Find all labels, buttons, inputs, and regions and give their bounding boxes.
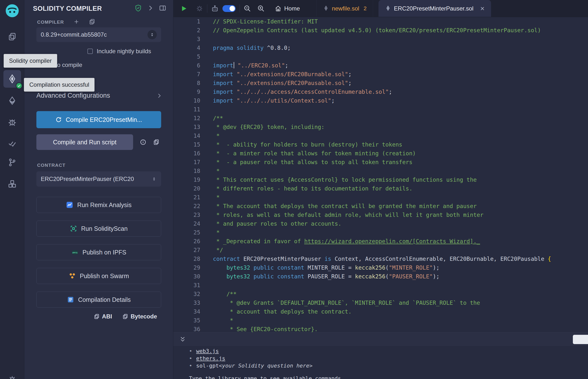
info-icon[interactable]: [140, 139, 146, 145]
scan-icon: [70, 225, 77, 232]
line-number: 8: [173, 79, 200, 87]
code-line: 13 * @dev {ERC20} token, including:: [173, 123, 588, 131]
copy-config-icon[interactable]: [89, 18, 95, 26]
tab-label: newfile.sol: [332, 5, 359, 12]
code-editor[interactable]: 1// SPDX-License-Identifier: MIT2// Open…: [173, 17, 588, 332]
code-line: 31: [173, 281, 588, 290]
copy-abi-button[interactable]: ABI: [94, 313, 112, 320]
code-line: 22 * The account that deploys the contra…: [173, 202, 588, 210]
code-line: 1// SPDX-License-Identifier: MIT: [173, 17, 588, 26]
editor-tab-bar: Home newfile.sol2ERC20PresetMinterPauser…: [173, 0, 588, 17]
include-nightly-checkbox[interactable]: [87, 48, 93, 54]
copy-bytecode-button[interactable]: Bytecode: [122, 313, 157, 320]
copy-icon: [94, 314, 100, 319]
contract-select[interactable]: ERC20PresetMinterPauser (ERC20: [36, 172, 161, 187]
terminal-link-web3-js[interactable]: web3.js: [196, 347, 219, 355]
run-solidityscan-button[interactable]: Run SolidityScan: [36, 221, 161, 237]
line-number: 7: [173, 70, 200, 79]
code-line: 26 * _Deprecated in favor of https://wiz…: [173, 237, 588, 246]
version-stepper-icon[interactable]: [147, 30, 157, 39]
line-number: 1: [173, 17, 200, 26]
code-line: 17 * - a pauser role that allows to stop…: [173, 158, 588, 167]
contract-stepper-icon[interactable]: [151, 176, 157, 182]
line-number: 22: [173, 202, 200, 210]
code-line: 3: [173, 35, 588, 44]
contract-section-label: CONTRACT: [37, 163, 65, 168]
compile-and-run-button[interactable]: Compile and Run script: [36, 134, 133, 150]
line-number: 29: [173, 263, 200, 272]
compile-success-badge: [16, 82, 22, 89]
line-number: 26: [173, 237, 200, 246]
svg-text:IPFS: IPFS: [72, 252, 77, 254]
compile-button-label: Compile ERC20PresetMin...: [66, 116, 142, 123]
code-line: 29 bytes32 public constant MINTER_ROLE =…: [173, 263, 588, 272]
zoom-out-icon[interactable]: [244, 5, 251, 12]
run-remix-analysis-button[interactable]: Run Remix Analysis: [36, 197, 161, 213]
contract-select-value: ERC20PresetMinterPauser (ERC20: [41, 175, 151, 182]
ai-toggle[interactable]: [222, 5, 236, 12]
sidebar-item-plugin-manager[interactable]: [0, 175, 24, 193]
action-label: Publish on Swarm: [80, 272, 129, 280]
terminal-link-ethers-js[interactable]: ethers.js: [196, 355, 225, 362]
code-line: 32 /**: [173, 290, 588, 299]
line-number: 31: [173, 281, 200, 290]
tab-label: ERC20PresetMinterPauser.sol: [394, 5, 473, 12]
line-number: 13: [173, 123, 200, 131]
compiler-version-select[interactable]: 0.8.29+commit.ab55807c: [36, 27, 161, 42]
bullet: •: [189, 362, 192, 369]
code-line: 33 * @dev Grants `DEFAULT_ADMIN_ROLE`, `…: [173, 299, 588, 307]
terminal-search-input[interactable]: [573, 335, 588, 344]
sidebar-item-remix-logo[interactable]: [0, 2, 24, 19]
code-line: 19 * This contract uses {AccessControl} …: [173, 175, 588, 184]
advanced-configurations-label: Advanced Configurations: [36, 92, 110, 99]
tab-newfile-sol[interactable]: newfile.sol2: [316, 0, 373, 17]
publish-on-ipfs-button[interactable]: IPFSPublish on IPFS: [36, 244, 161, 260]
terminal-line: •web3.js: [189, 347, 588, 355]
code-line: 35 *: [173, 316, 588, 325]
abi-label: ABI: [102, 313, 112, 320]
shield-check-icon: [135, 4, 142, 13]
split-view-icon[interactable]: [159, 4, 166, 13]
copy-script-icon[interactable]: [153, 139, 159, 145]
terminal-output[interactable]: •web3.js•ethers.js•sol-gpt <your Solidit…: [173, 346, 588, 379]
tab-erc20presetminterpauser-sol[interactable]: ERC20PresetMinterPauser.sol×: [378, 0, 491, 17]
sidebar-item-settings[interactable]: [0, 371, 24, 379]
sidebar-item-deploy-run[interactable]: [0, 92, 24, 110]
publish-on-swarm-button[interactable]: Publish on Swarm: [36, 268, 161, 284]
line-number: 32: [173, 290, 200, 299]
code-line: 2// OpenZeppelin Contracts (last updated…: [173, 26, 588, 35]
line-number: 20: [173, 184, 200, 193]
terminal-footer-text: Type the library name to see available c…: [189, 375, 588, 379]
compilation-details-button[interactable]: Compilation Details: [36, 292, 161, 308]
add-compiler-icon[interactable]: [73, 18, 80, 26]
compile-button[interactable]: Compile ERC20PresetMin...: [36, 111, 161, 128]
terminal-list: •web3.js•ethers.js•sol-gpt <your Solidit…: [189, 347, 588, 369]
chevron-right-icon[interactable]: [147, 4, 154, 13]
tab-home[interactable]: Home: [268, 0, 307, 17]
open-file-tabs: newfile.sol2ERC20PresetMinterPauser.sol×: [316, 0, 491, 17]
robot-icon[interactable]: [211, 5, 218, 12]
terminal-collapse-icon[interactable]: [179, 336, 186, 343]
code-line: 7import "../extensions/ERC20Burnable.sol…: [173, 70, 588, 79]
code-line: 8import "../extensions/ERC20Pausable.sol…: [173, 79, 588, 87]
advanced-configurations-toggle[interactable]: Advanced Configurations: [36, 92, 162, 99]
sidebar-item-debugger[interactable]: [0, 113, 24, 131]
code-line: 14 *: [173, 131, 588, 140]
line-number: 4: [173, 44, 200, 52]
sidebar-item-unit-testing[interactable]: [0, 135, 24, 152]
terminal: 0 •web3.js•ethers.js•sol-gpt <your Solid…: [173, 332, 588, 379]
script-config-icon[interactable]: [196, 5, 203, 12]
sidebar-item-solidity-compiler[interactable]: [3, 70, 21, 88]
compiler-section-label: COMPILER: [37, 19, 64, 25]
sidebar-item-file-explorer[interactable]: [0, 28, 24, 46]
close-icon[interactable]: ×: [480, 5, 485, 12]
code-line: 11: [173, 105, 588, 114]
swarm-icon: [69, 272, 76, 280]
line-number: 17: [173, 158, 200, 167]
code-line: 30 bytes32 public constant PAUSER_ROLE =…: [173, 272, 588, 281]
play-icon[interactable]: [180, 5, 187, 12]
zoom-in-icon[interactable]: [257, 5, 265, 12]
line-number: 9: [173, 87, 200, 96]
code-line: 4pragma solidity ^0.8.0;: [173, 44, 588, 52]
sidebar-item-git[interactable]: [0, 154, 24, 171]
